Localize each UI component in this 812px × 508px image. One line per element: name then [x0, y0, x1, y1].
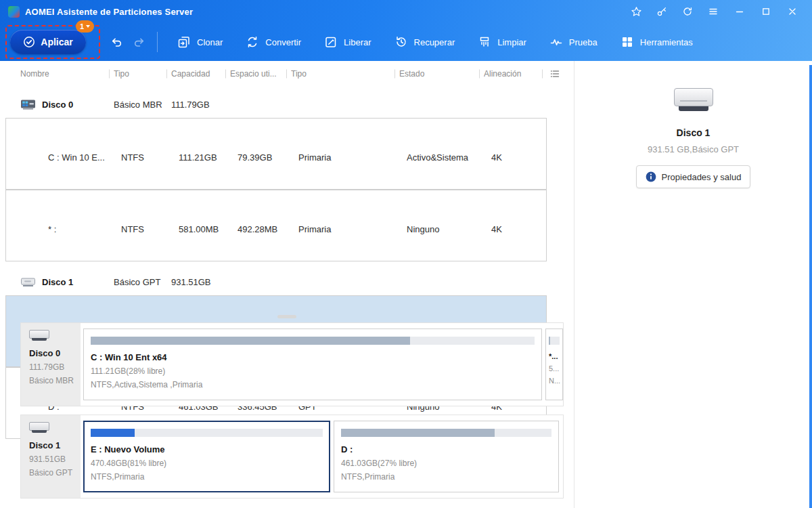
- row-estado-cell: Ninguno: [407, 224, 491, 234]
- row-tipo-cell: Básico GPT: [114, 277, 171, 287]
- partition-fs: NTFS,Primaria: [341, 472, 551, 482]
- partition-size: 470.48GB(81% libre): [91, 459, 323, 468]
- apply-button[interactable]: Aplicar: [10, 30, 86, 54]
- close-icon: [787, 6, 798, 17]
- disk0-partitions: C : Win 10 Ent x64 111.21GB(28% libre) N…: [81, 323, 563, 406]
- convert-icon: [246, 35, 259, 49]
- toolbar-button-recuperar[interactable]: Recuperar: [383, 23, 467, 61]
- disk-table: Nombre Tipo Capacidad Espacio uti... Tip…: [0, 61, 574, 313]
- toolbar-button-liberar[interactable]: Liberar: [313, 23, 382, 61]
- selected-disk-info: 931.51 GB,Básico GPT: [648, 144, 739, 154]
- toolbar-button-label: Convertir: [265, 37, 301, 47]
- table-header-row: Nombre Tipo Capacidad Espacio uti... Tip…: [0, 65, 568, 83]
- column-header-tipo2: Tipo: [291, 69, 399, 79]
- minimize-button[interactable]: [726, 0, 752, 23]
- properties-health-button[interactable]: Propiedades y salud: [636, 165, 751, 188]
- usage-fill: [91, 337, 410, 345]
- redo-icon: [133, 36, 145, 49]
- partition-fs: N...: [549, 377, 560, 385]
- partition-size: 111.21GB(28% libre): [91, 366, 535, 376]
- disk-map: Disco 0 111.79GB Básico MBR C : Win 10 E…: [0, 321, 574, 508]
- usage-bar: [341, 429, 551, 437]
- table-row-disk1[interactable]: Disco 1 Básico GPT 931.51GB: [5, 268, 547, 295]
- table-row-partition-c[interactable]: C : Win 10 E... NTFS 111.21GB 79.39GB Pr…: [5, 118, 547, 190]
- update-button[interactable]: [675, 0, 700, 23]
- left-pane: Nombre Tipo Capacidad Espacio uti... Tip…: [0, 61, 574, 508]
- scrollbar[interactable]: [809, 65, 812, 508]
- partition-block-c[interactable]: C : Win 10 Ent x64 111.21GB(28% libre) N…: [83, 329, 542, 400]
- apply-label: Aplicar: [41, 37, 72, 47]
- usage-bar: [549, 337, 560, 345]
- row-capacidad-cell: 931.51GB: [171, 277, 230, 287]
- partition-size: 5...: [549, 364, 560, 373]
- toolbar-button-clonar[interactable]: Clonar: [166, 23, 234, 61]
- toolbar-button-label: Herramientas: [640, 37, 693, 47]
- toolbar-button-convertir[interactable]: Convertir: [234, 23, 313, 61]
- row-capacidad-cell: 111.21GB: [179, 152, 238, 163]
- row-capacidad-cell: 111.79GB: [171, 100, 230, 110]
- toolbar: Aplicar 1 Clonar Convertir Liberar R: [0, 23, 812, 61]
- titlebar: AOMEI Asistente de Particiones Server: [0, 0, 812, 23]
- maximize-button[interactable]: [752, 0, 779, 23]
- row-alineacion-cell: 4K: [491, 224, 547, 234]
- star-icon: [631, 6, 642, 17]
- row-tipo-cell: Básico MBR: [114, 100, 171, 110]
- row-name-cell: Disco 1: [5, 276, 114, 288]
- toolbar-button-label: Clonar: [197, 37, 223, 47]
- undo-button[interactable]: [110, 36, 123, 49]
- toolbar-button-label: Recuperar: [414, 37, 455, 47]
- pending-operations-badge[interactable]: 1: [76, 20, 94, 33]
- partition-label: *...: [549, 352, 560, 360]
- usage-fill: [549, 337, 550, 345]
- partition-label: D :: [341, 444, 551, 454]
- partition-label: E : Nuevo Volume: [91, 444, 323, 454]
- row-tipo-cell: NTFS: [121, 152, 179, 163]
- hamburger-icon: [708, 6, 719, 17]
- partition-block-e-selected[interactable]: E : Nuevo Volume 470.48GB(81% libre) NTF…: [83, 421, 330, 492]
- free-up-icon: [324, 35, 338, 49]
- connect-button[interactable]: [649, 0, 675, 23]
- disk0-info-panel[interactable]: Disco 0 111.79GB Básico MBR: [21, 323, 81, 406]
- redo-button[interactable]: [133, 36, 145, 49]
- partition-block-d[interactable]: D : 461.03GB(27% libre) NTFS,Primaria: [334, 421, 559, 492]
- chevron-down-icon: [86, 25, 90, 28]
- disk1-info-panel[interactable]: Disco 1 931.51GB Básico GPT: [21, 415, 81, 498]
- row-capacidad-cell: 581.00MB: [179, 224, 238, 234]
- toolbar-button-limpiar[interactable]: Limpiar: [466, 23, 538, 61]
- column-header-espacio: Espacio uti...: [230, 69, 291, 79]
- disk-block-0: Disco 0 111.79GB Básico MBR C : Win 10 E…: [20, 322, 564, 406]
- list-view-button[interactable]: [547, 68, 568, 79]
- table-row-partition-star[interactable]: * : NTFS 581.00MB 492.28MB Primaria Ning…: [5, 190, 547, 261]
- partition-size: 461.03GB(27% libre): [341, 459, 551, 468]
- column-header-capacidad: Capacidad: [171, 69, 230, 79]
- disk-type: Básico GPT: [29, 468, 76, 478]
- app-logo-icon: [8, 6, 20, 18]
- toolbar-button-label: Prueba: [569, 37, 597, 47]
- splitter-handle[interactable]: [277, 315, 296, 318]
- maximize-icon: [761, 6, 771, 17]
- close-button[interactable]: [779, 0, 805, 23]
- usage-fill: [91, 429, 135, 437]
- toolbar-button-herramientas[interactable]: Herramientas: [609, 23, 704, 61]
- disk-type: Básico MBR: [29, 376, 76, 385]
- clone-icon: [177, 35, 191, 49]
- list-view-icon: [549, 68, 560, 79]
- partition-block-star[interactable]: *... 5... N...: [545, 329, 563, 400]
- tools-icon: [621, 35, 634, 49]
- disk-icon: [29, 330, 49, 341]
- toolbar-button-prueba[interactable]: Prueba: [538, 23, 609, 61]
- disk1-partitions: E : Nuevo Volume 470.48GB(81% libre) NTF…: [81, 415, 563, 498]
- table-row-disk0[interactable]: Disco 0 Básico MBR 111.79GB: [5, 91, 547, 118]
- favorites-button[interactable]: [623, 0, 649, 23]
- menu-button[interactable]: [700, 0, 726, 23]
- disk-size: 931.51GB: [29, 454, 76, 464]
- titlebar-icons: [623, 0, 805, 23]
- row-tipo2-cell: Primaria: [298, 152, 407, 163]
- row-name-cell: * :: [13, 224, 121, 234]
- topbar: AOMEI Asistente de Particiones Server Ap…: [0, 0, 812, 61]
- key-icon: [656, 6, 667, 17]
- app-window: AOMEI Asistente de Particiones Server Ap…: [0, 0, 812, 508]
- partition-fs: NTFS,Activa,Sistema ,Primaria: [91, 380, 535, 389]
- partition-fs: NTFS,Primaria: [91, 472, 323, 482]
- row-name-cell: Disco 0: [5, 99, 114, 110]
